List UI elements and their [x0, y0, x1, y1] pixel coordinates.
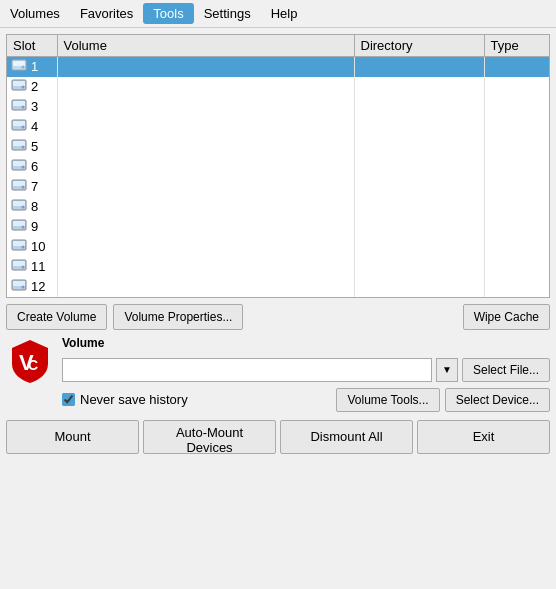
history-checkbox-row: Never save history Volume Tools... Selec… — [62, 388, 550, 412]
directory-cell — [354, 257, 484, 277]
svg-point-32 — [22, 266, 25, 269]
slot-cell: 10 — [7, 237, 57, 257]
volume-input-row: ▼ Select File... — [62, 358, 550, 382]
table-row[interactable]: 1 — [7, 57, 549, 77]
volume-cell — [57, 177, 354, 197]
drive-icon — [11, 139, 27, 154]
svg-rect-13 — [13, 141, 25, 146]
volume-dropdown-button[interactable]: ▼ — [436, 358, 458, 382]
col-header-directory: Directory — [354, 35, 484, 57]
slot-cell: 2 — [7, 77, 57, 97]
slot-number: 2 — [31, 79, 38, 94]
slot-cell: 4 — [7, 117, 57, 137]
svg-rect-1 — [13, 61, 25, 66]
svg-point-17 — [22, 166, 25, 169]
svg-rect-28 — [13, 241, 25, 246]
menu-settings[interactable]: Settings — [194, 3, 261, 24]
table-row[interactable]: 12 — [7, 277, 549, 297]
table-row[interactable]: 11 — [7, 257, 549, 277]
slot-cell: 5 — [7, 137, 57, 157]
directory-cell — [354, 217, 484, 237]
slot-number: 10 — [31, 239, 45, 254]
volume-tools-button[interactable]: Volume Tools... — [336, 388, 439, 412]
directory-cell — [354, 197, 484, 217]
bottom-action-buttons: Mount Auto-Mount Devices Dismount All Ex… — [6, 420, 550, 454]
type-cell — [484, 217, 549, 237]
slot-cell: 8 — [7, 197, 57, 217]
volume-cell — [57, 237, 354, 257]
veracrypt-logo: V C — [6, 336, 54, 384]
select-file-button[interactable]: Select File... — [462, 358, 550, 382]
table-row[interactable]: 3 — [7, 97, 549, 117]
table-row[interactable]: 6 — [7, 157, 549, 177]
dismount-all-button[interactable]: Dismount All — [280, 420, 413, 454]
volume-cell — [57, 57, 354, 77]
drive-icon — [11, 219, 27, 234]
svg-rect-34 — [13, 281, 25, 286]
menu-volumes[interactable]: Volumes — [0, 3, 70, 24]
directory-cell — [354, 157, 484, 177]
directory-cell — [354, 277, 484, 297]
slot-number: 12 — [31, 279, 45, 294]
type-cell — [484, 77, 549, 97]
volume-cell — [57, 217, 354, 237]
volume-cell — [57, 117, 354, 137]
drive-icon — [11, 159, 27, 174]
slot-number: 11 — [31, 259, 45, 274]
table-row[interactable]: 8 — [7, 197, 549, 217]
slot-cell: 7 — [7, 177, 57, 197]
volume-label: Volume — [62, 336, 550, 350]
slot-cell: 9 — [7, 217, 57, 237]
svg-point-29 — [22, 246, 25, 249]
exit-button[interactable]: Exit — [417, 420, 550, 454]
type-cell — [484, 277, 549, 297]
svg-point-20 — [22, 186, 25, 189]
svg-rect-10 — [13, 121, 25, 126]
table-row[interactable]: 5 — [7, 137, 549, 157]
volume-cell — [57, 257, 354, 277]
drive-icon — [11, 239, 27, 254]
slot-cell: 12 — [7, 277, 57, 297]
slot-number: 8 — [31, 199, 38, 214]
slot-cell: 11 — [7, 257, 57, 277]
table-row[interactable]: 10 — [7, 237, 549, 257]
svg-point-26 — [22, 226, 25, 229]
mount-button[interactable]: Mount — [6, 420, 139, 454]
type-cell — [484, 57, 549, 77]
drive-icon — [11, 259, 27, 274]
slot-number: 3 — [31, 99, 38, 114]
drive-icon — [11, 179, 27, 194]
directory-cell — [354, 177, 484, 197]
table-row[interactable]: 9 — [7, 217, 549, 237]
slot-number: 6 — [31, 159, 38, 174]
wipe-cache-button[interactable]: Wipe Cache — [463, 304, 550, 330]
svg-point-8 — [22, 106, 25, 109]
menu-favorites[interactable]: Favorites — [70, 3, 143, 24]
directory-cell — [354, 57, 484, 77]
drive-icon — [11, 119, 27, 134]
svg-text:C: C — [28, 357, 38, 373]
col-header-slot: Slot — [7, 35, 57, 57]
svg-point-14 — [22, 146, 25, 149]
volume-properties-button[interactable]: Volume Properties... — [113, 304, 243, 330]
menu-help[interactable]: Help — [261, 3, 308, 24]
table-row[interactable]: 7 — [7, 177, 549, 197]
slot-cell: 6 — [7, 157, 57, 177]
auto-mount-button[interactable]: Auto-Mount Devices — [143, 420, 276, 454]
slot-number: 1 — [31, 59, 38, 74]
directory-cell — [354, 97, 484, 117]
table-row[interactable]: 2 — [7, 77, 549, 97]
svg-point-11 — [22, 126, 25, 129]
create-volume-button[interactable]: Create Volume — [6, 304, 107, 330]
never-save-history-label: Never save history — [80, 392, 188, 407]
never-save-history-checkbox[interactable] — [62, 393, 75, 406]
svg-rect-25 — [13, 221, 25, 226]
menu-tools[interactable]: Tools — [143, 3, 193, 24]
select-device-button[interactable]: Select Device... — [445, 388, 550, 412]
drive-icon — [11, 59, 27, 74]
volume-path-input[interactable] — [62, 358, 432, 382]
svg-rect-31 — [13, 261, 25, 266]
type-cell — [484, 197, 549, 217]
type-cell — [484, 117, 549, 137]
table-row[interactable]: 4 — [7, 117, 549, 137]
